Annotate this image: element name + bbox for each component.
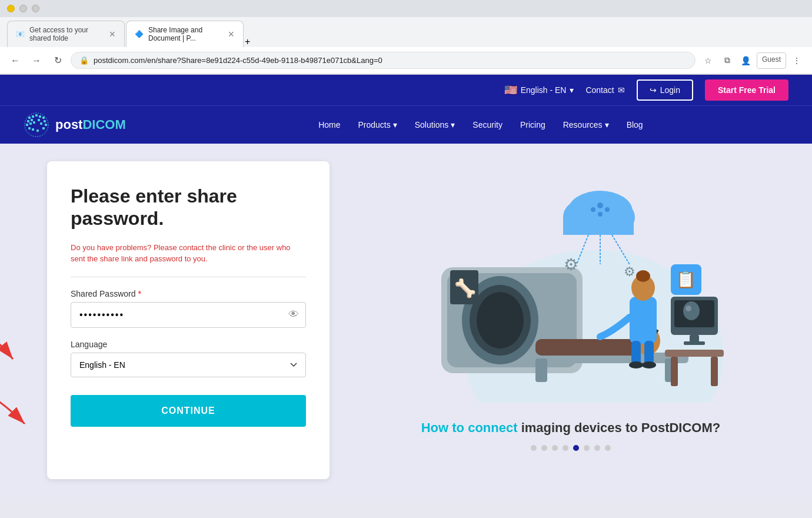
header-logo-nav: postDICOM Home Products ▾ Solutions ▾ Se…: [0, 106, 812, 144]
login-icon: ↪: [650, 85, 657, 95]
bookmark-button[interactable]: ☆: [700, 52, 717, 69]
trial-button[interactable]: Start Free Trial: [705, 79, 788, 101]
carousel-dot-2[interactable]: [541, 445, 547, 451]
svg-rect-46: [665, 350, 724, 357]
svg-rect-45: [684, 341, 705, 345]
website: 🇺🇸 English - EN ▾ Contact ✉ ↪ Login Star…: [0, 75, 812, 497]
svg-rect-31: [535, 339, 641, 356]
login-label: Login: [660, 85, 680, 95]
caption-normal-text: imaging devices to PostDICOM?: [521, 420, 721, 435]
svg-rect-48: [711, 357, 718, 386]
svg-point-35: [636, 270, 650, 282]
svg-point-53: [591, 207, 595, 212]
main-content: 1 2 Please enter share password. Do yo: [0, 144, 812, 497]
postdicom-tab-close[interactable]: ✕: [228, 29, 235, 39]
svg-rect-11: [29, 122, 32, 125]
svg-rect-33: [630, 297, 657, 344]
contact-label: Contact: [585, 85, 614, 95]
password-wrapper: 👁: [71, 302, 306, 328]
svg-rect-12: [33, 121, 35, 124]
svg-rect-7: [31, 119, 33, 121]
contact-link[interactable]: Contact ✉: [585, 85, 624, 95]
svg-text:📋: 📋: [675, 270, 696, 289]
login-button[interactable]: ↪ Login: [637, 79, 693, 101]
carousel-dot-1[interactable]: [531, 445, 537, 451]
mri-illustration: ⚙ ⚙ 🦴 📋: [418, 179, 724, 403]
nav-home[interactable]: Home: [318, 120, 340, 130]
resources-chevron-icon: ▾: [605, 120, 609, 130]
carousel-dot-3[interactable]: [552, 445, 558, 451]
logo-area[interactable]: postDICOM: [24, 112, 126, 138]
svg-rect-3: [35, 114, 38, 117]
logo-text: postDICOM: [55, 117, 126, 132]
svg-point-54: [597, 202, 603, 208]
svg-point-56: [598, 212, 603, 217]
gmail-tab-label: Get access to your shared folde: [29, 26, 102, 42]
required-indicator: *: [138, 289, 141, 298]
carousel-dot-6[interactable]: [584, 445, 590, 451]
address-bar[interactable]: 🔒: [71, 52, 695, 69]
nav-products[interactable]: Products ▾: [358, 120, 397, 130]
trial-label: Start Free Trial: [718, 85, 776, 95]
language-label: Language: [71, 340, 306, 349]
lang-chevron-icon: ▾: [570, 85, 574, 95]
lock-icon: 🔒: [79, 56, 89, 65]
carousel-dot-4[interactable]: [563, 445, 568, 451]
nav-security[interactable]: Security: [472, 120, 502, 130]
language-select[interactable]: English - EN Spanish - ES French - FR Ge…: [71, 353, 306, 377]
svg-rect-16: [32, 128, 34, 131]
svg-rect-36: [631, 341, 641, 364]
back-button[interactable]: ←: [7, 52, 24, 69]
svg-rect-52: [563, 217, 634, 235]
reload-button[interactable]: ↻: [49, 52, 66, 69]
svg-rect-44: [690, 335, 699, 342]
browser-tab-postdicom[interactable]: 🔷 Share Image and Document | P... ✕: [126, 21, 244, 47]
gmail-tab-icon: 📧: [16, 30, 25, 38]
address-input[interactable]: [94, 56, 687, 65]
nav-blog[interactable]: Blog: [627, 120, 643, 130]
postdicom-tab-icon: 🔷: [135, 30, 144, 38]
continue-button[interactable]: CONTINUE: [71, 395, 306, 427]
carousel-dot-5[interactable]: [573, 445, 579, 451]
new-tab-button[interactable]: +: [245, 36, 250, 47]
nav-solutions[interactable]: Solutions ▾: [415, 120, 455, 130]
svg-rect-8: [38, 119, 40, 121]
nav-pricing[interactable]: Pricing: [520, 120, 545, 130]
gmail-tab-close[interactable]: ✕: [109, 29, 116, 39]
svg-point-26: [477, 292, 524, 348]
arrow-2: [0, 383, 48, 436]
svg-rect-14: [45, 124, 47, 126]
profile-button[interactable]: 👤: [738, 52, 754, 69]
svg-rect-27: [559, 297, 571, 332]
svg-rect-15: [28, 127, 31, 130]
browser-tabs: 📧 Get access to your shared folde ✕ 🔷 Sh…: [0, 17, 812, 47]
navigation-menu: Home Products ▾ Solutions ▾ Security Pri…: [173, 120, 788, 130]
minimize-button[interactable]: [7, 5, 15, 12]
header-top: 🇺🇸 English - EN ▾ Contact ✉ ↪ Login Star…: [0, 75, 812, 106]
svg-text:🦴: 🦴: [454, 278, 477, 299]
password-input[interactable]: [71, 302, 306, 328]
language-selector[interactable]: 🇺🇸 English - EN ▾: [504, 84, 574, 97]
guest-label[interactable]: Guest: [757, 52, 786, 69]
caption-highlight: How to connect: [421, 420, 518, 435]
svg-rect-37: [644, 341, 654, 364]
svg-point-38: [629, 361, 643, 368]
browser-tab-gmail[interactable]: 📧 Get access to your shared folde ✕: [7, 21, 125, 47]
svg-rect-1: [28, 117, 31, 119]
carousel-dot-7[interactable]: [594, 445, 600, 451]
mail-icon: ✉: [618, 85, 625, 95]
svg-text:⚙: ⚙: [624, 264, 635, 279]
illustration-caption: How to connect imaging devices to PostDI…: [421, 420, 721, 436]
show-password-icon[interactable]: 👁: [288, 308, 299, 321]
forward-button[interactable]: →: [28, 52, 45, 69]
carousel-dot-8[interactable]: [605, 445, 611, 451]
close-button[interactable]: [32, 5, 39, 12]
maximize-button[interactable]: [19, 5, 27, 12]
language-group: Language English - EN Spanish - ES Frenc…: [71, 340, 306, 377]
menu-button[interactable]: ⋮: [788, 52, 805, 69]
postdicom-tab-label: Share Image and Document | P...: [148, 26, 221, 42]
svg-rect-18: [42, 127, 45, 130]
extensions-button[interactable]: ⧉: [719, 52, 736, 69]
nav-resources[interactable]: Resources ▾: [563, 120, 609, 130]
form-card: Please enter share password. Do you have…: [47, 161, 330, 479]
